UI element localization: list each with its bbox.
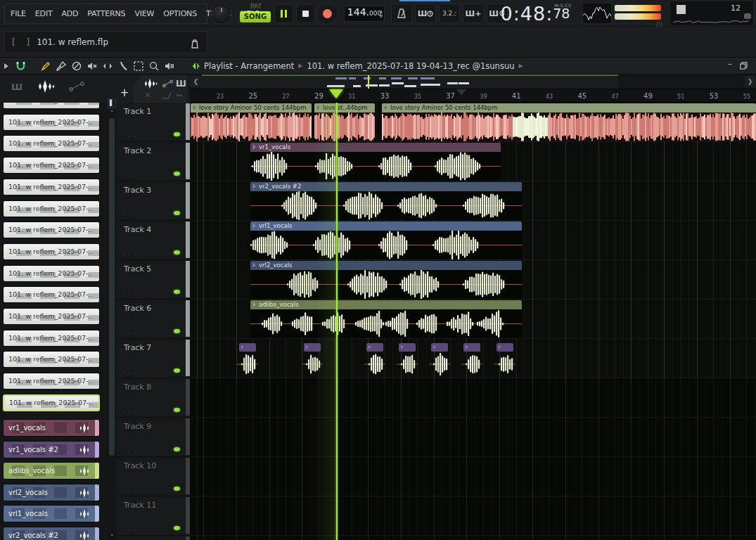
track-header[interactable]: Track 6 . . . [116,300,191,339]
automation-clip-icon[interactable] [162,79,173,88]
clip-love-story-aminor-50-cents-144bpm[interactable]: ⊦love story Aminor 50 cents 144bpm [382,103,756,141]
track-enable-led[interactable] [174,408,180,412]
playhead-marker[interactable] [329,89,343,98]
clip-vrl2-vocals[interactable]: ⊦vrl2_vocals [250,261,522,299]
track-enable-led[interactable] [174,172,180,176]
track-header[interactable]: Track 7 . . . [116,339,191,378]
picker-vocal-item[interactable]: vr2_vocals #2 [3,527,100,540]
picker-vocal-item[interactable]: vr1_vocals [3,419,100,437]
picker-audio-item[interactable]: 101. w reflem_2025-07-.. [3,135,100,152]
picker-vocal-item[interactable]: vr1_vocals #2 [3,441,100,458]
picker-audio-item[interactable]: 101. w reflem_2025-07-.. [3,179,100,195]
playlist-grid[interactable]: ⊦love story Aminor 50 cents 144bpm⊦love … [190,103,756,540]
clip-header[interactable]: ⊦love story Aminor 50 cents 144bpm [382,103,756,112]
track-header[interactable]: Track 3 . . . [116,181,191,221]
song-mode-badge[interactable]: SONG [240,11,271,22]
picker-scrollbar[interactable]: ▌ ⌃ ⌄ [108,103,116,540]
playlist-titlebar[interactable]: Playlist - Arrangement ▶ 101. w reflem_2… [0,58,756,75]
track-header[interactable]: Track 10 . . . [116,457,191,496]
delete-tool-icon[interactable] [69,59,84,73]
clip-header[interactable]: ⊦love story Aminor 50 cents 144bpm [191,103,312,112]
oscilloscope[interactable] [582,3,612,24]
stretch-icon[interactable]: ↔ [176,91,182,100]
record-button[interactable] [316,3,338,25]
track-enable-led[interactable] [174,368,180,373]
mini-clip[interactable]: ⊦ [431,343,448,352]
tab-audio-icon[interactable] [37,80,55,93]
playlist-navigator[interactable]: ❮ ❯ [190,75,756,89]
cpu-panel[interactable]: 12 [669,1,754,26]
track-enable-led[interactable] [174,250,180,255]
picker-audio-item[interactable]: 101. w reflem_2025-07-.. [3,243,100,260]
track-header[interactable]: Track 5 . . . [116,260,191,300]
wait-for-input-button[interactable]: Ш [415,4,436,23]
track-enable-led[interactable] [174,211,180,215]
track-header[interactable]: Track 12 . . . [116,536,191,540]
pattern-clip-icon[interactable]: Ш [176,79,186,89]
tab-patterns-icon[interactable]: Ш [11,82,23,92]
metronome-button[interactable] [391,4,412,23]
mute-tool-icon[interactable] [84,59,100,73]
picker-audio-item[interactable]: 101. w reflem_2025-07-.. [3,351,100,368]
breadcrumb-root[interactable]: Playlist - Arrangement [204,61,294,71]
track-enable-led[interactable] [174,132,180,136]
picker-audio-item[interactable]: 101. w reflem_2025-07-.. [3,103,100,109]
mini-clip[interactable]: ⊦ [496,343,513,352]
clip-header[interactable]: ⊦vrl1_vocals [250,221,522,231]
scroll-up-icon[interactable]: ⌃ [108,110,116,116]
scroll-down-icon[interactable]: ⌄ [108,531,116,537]
select-tool-icon[interactable] [131,59,146,73]
clip-header[interactable]: ⊦vr2_vocals #2 [250,182,522,191]
snap-magnet-icon[interactable] [13,59,28,73]
cut-icon[interactable]: ✕ [144,91,150,100]
picker-audio-item[interactable]: 101. w reflem_2025-07-.. [3,157,100,174]
grid-track-lane[interactable] [190,457,756,496]
pause-button[interactable] [274,4,293,23]
grid-track-lane[interactable] [190,496,756,536]
menu-add[interactable]: ADD [61,9,78,18]
add-track-button[interactable]: + [117,84,132,101]
clip-header[interactable]: ⊦vr1_vocals [250,143,501,152]
slice-tool-icon[interactable] [115,59,131,73]
picker-audio-item[interactable]: 101. w reflem_2025-07-.. [3,200,100,217]
scrollbar-thumb[interactable] [109,118,115,456]
track-header[interactable]: Track 8 . . . [116,378,191,418]
stop-button[interactable] [296,4,315,23]
time-marker-icon[interactable] [456,89,466,96]
menu-options[interactable]: OPTIONS [163,9,197,18]
nav-left-arrow[interactable]: ❮ [191,76,201,87]
picker-audio-item[interactable]: 101. w reflem_2025-07-.. [3,221,100,238]
tab-automation-icon[interactable] [69,82,84,91]
clip-header[interactable]: ⊦vrl2_vocals [250,261,522,270]
menu-view[interactable]: VIEW [134,9,154,18]
track-header[interactable]: Track 2 . . . [116,142,191,181]
track-enable-led[interactable] [174,526,180,530]
picker-audio-item[interactable]: 101. w reflem_2025-07-.. [3,286,100,303]
arrangement-picker-icon[interactable] [188,59,204,73]
picker-audio-item[interactable]: 101. w reflem_2025-07-.. [3,373,100,390]
picker-audio-item[interactable]: 101. w reflem_2025-07-.. [3,114,100,131]
zoom-tool-icon[interactable] [146,59,162,73]
blend-recording-button[interactable]: Ш+ [463,4,484,23]
picker-resize-grip[interactable]: ▌ [108,98,116,108]
track-header[interactable]: Track 1 . . . [116,103,191,142]
mini-clip[interactable]: ⊦ [463,343,480,352]
track-enable-led[interactable] [174,447,180,451]
track-header[interactable]: Track 9 . . . [116,418,191,457]
track-enable-led[interactable] [174,329,180,333]
track-enable-led[interactable] [174,290,180,294]
picker-audio-item[interactable]: 101. w reflem_2025-07-.. [3,308,100,325]
countdown-button[interactable]: 3.2.: [439,4,460,23]
pat-mode-label[interactable]: PAT [240,3,272,10]
paint-tool-icon[interactable] [53,59,69,73]
playlist-menu-arrow[interactable] [0,59,13,73]
track-header[interactable]: Track 11 . . . [116,496,191,536]
restore-button[interactable] [740,62,748,70]
draw-tool-icon[interactable] [38,59,53,73]
mini-clip[interactable]: ⊦ [399,343,416,352]
clip-vr2-vocals-2[interactable]: ⊦vr2_vocals #2 [250,182,522,220]
ramp-icon[interactable] [162,92,172,99]
track-header[interactable]: Track 4 . . . [116,221,191,260]
playback-tool-icon[interactable] [162,59,177,73]
minimize-button[interactable]: – [728,58,733,69]
